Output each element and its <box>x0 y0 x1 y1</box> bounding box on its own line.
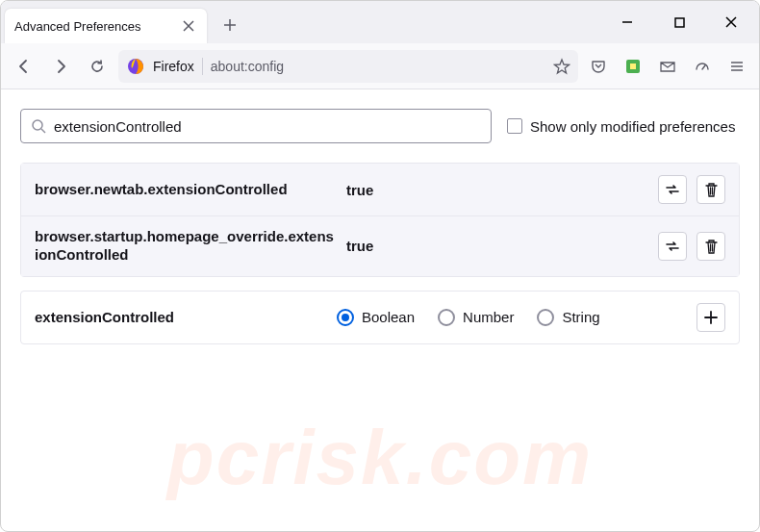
radio-label: Boolean <box>362 309 415 325</box>
delete-button[interactable] <box>697 232 725 261</box>
svg-rect-3 <box>630 63 636 69</box>
pref-row[interactable]: browser.newtab.extensionControlled true <box>21 164 739 215</box>
pref-row[interactable]: browser.startup.homepage_override.extens… <box>21 215 739 276</box>
pocket-icon[interactable] <box>584 52 613 81</box>
mail-icon[interactable] <box>653 52 682 81</box>
add-pref-button[interactable] <box>697 303 725 332</box>
radio-label: String <box>562 309 599 325</box>
pref-name: browser.newtab.extensionControlled <box>35 181 335 199</box>
url-separator <box>202 58 203 75</box>
new-pref-row: extensionControlled Boolean Number Strin… <box>20 291 740 344</box>
type-radio-group: Boolean Number String <box>337 309 679 326</box>
radio-icon <box>537 309 554 326</box>
pref-value: true <box>346 238 646 254</box>
svg-point-4 <box>33 120 42 130</box>
radio-boolean[interactable]: Boolean <box>337 309 415 326</box>
pref-value: true <box>346 182 646 198</box>
pref-name: browser.startup.homepage_override.extens… <box>35 228 335 265</box>
window-controls <box>605 5 759 39</box>
url-identity-label: Firefox <box>153 59 194 74</box>
preferences-list: browser.newtab.extensionControlled true … <box>20 163 740 277</box>
browser-window: Advanced Preferences <box>0 0 760 532</box>
forward-button[interactable] <box>45 51 76 82</box>
show-modified-label: Show only modified preferences <box>530 118 735 135</box>
tab-advanced-preferences[interactable]: Advanced Preferences <box>5 9 207 43</box>
search-input[interactable] <box>54 118 481 135</box>
search-box[interactable] <box>20 109 492 143</box>
tab-strip: Advanced Preferences <box>1 1 759 43</box>
minimize-button[interactable] <box>605 5 649 39</box>
toggle-button[interactable] <box>658 175 687 204</box>
extension-icon[interactable] <box>619 52 647 81</box>
toggle-button[interactable] <box>658 232 687 261</box>
toolbar: Firefox <box>1 43 759 89</box>
radio-label: Number <box>463 309 514 325</box>
new-tab-button[interactable] <box>215 10 245 40</box>
watermark: pcrisk.com <box>1 414 759 502</box>
reload-button[interactable] <box>82 51 113 82</box>
back-button[interactable] <box>9 51 39 82</box>
menu-button[interactable] <box>722 52 751 81</box>
search-row: Show only modified preferences <box>20 109 740 143</box>
radio-icon <box>438 309 455 326</box>
close-tab-icon[interactable] <box>180 17 197 35</box>
radio-number[interactable]: Number <box>438 309 514 326</box>
url-input[interactable] <box>211 59 545 74</box>
close-window-button[interactable] <box>709 5 753 39</box>
toolbar-icons <box>584 52 751 81</box>
dashboard-icon[interactable] <box>688 52 717 81</box>
maximize-button[interactable] <box>657 5 701 39</box>
firefox-icon <box>126 57 145 76</box>
svg-rect-0 <box>675 18 684 27</box>
delete-button[interactable] <box>697 175 725 204</box>
bookmark-star-icon[interactable] <box>553 58 570 75</box>
row-actions <box>658 175 725 204</box>
search-icon <box>31 118 46 134</box>
radio-icon <box>337 309 354 326</box>
checkbox-icon <box>507 118 522 134</box>
new-pref-name: extensionControlled <box>35 309 319 325</box>
radio-string[interactable]: String <box>537 309 599 326</box>
show-modified-checkbox[interactable]: Show only modified preferences <box>507 118 735 135</box>
content-area: Show only modified preferences browser.n… <box>1 89 759 531</box>
row-actions <box>658 232 725 261</box>
tab-title: Advanced Preferences <box>14 19 172 34</box>
url-bar[interactable]: Firefox <box>118 50 578 83</box>
